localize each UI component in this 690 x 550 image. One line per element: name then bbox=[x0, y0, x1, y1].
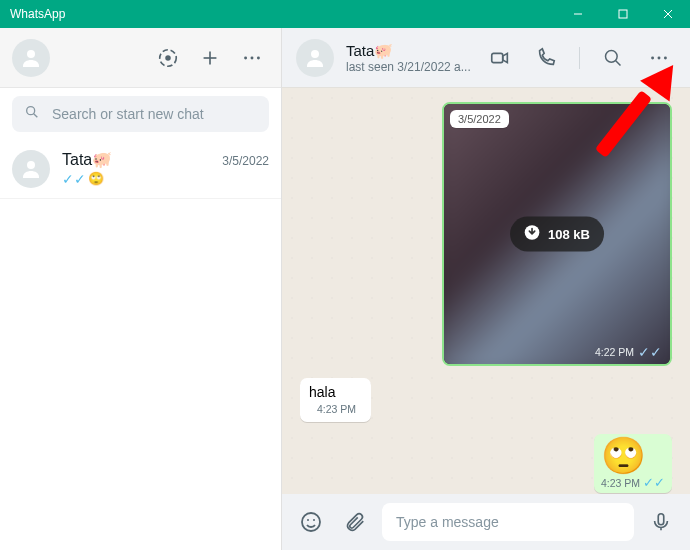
svg-point-25 bbox=[313, 519, 315, 521]
svg-point-6 bbox=[165, 55, 171, 61]
image-timestamp: 4:22 PM ✓✓ bbox=[595, 345, 662, 359]
download-button[interactable]: 108 kB bbox=[510, 217, 604, 252]
chat-date: 3/5/2022 bbox=[222, 154, 269, 168]
conversation-panel: Tata🐖 last seen 3/21/2022 a... 3/5/2022 bbox=[282, 28, 690, 550]
search-box[interactable] bbox=[12, 96, 269, 132]
svg-point-15 bbox=[311, 50, 319, 58]
contact-name: Tata🐖 bbox=[346, 42, 471, 60]
date-chip: 3/5/2022 bbox=[450, 110, 509, 128]
message-input[interactable] bbox=[396, 514, 620, 530]
video-call-icon[interactable] bbox=[483, 41, 517, 75]
microphone-icon[interactable] bbox=[644, 505, 678, 539]
read-ticks-icon: ✓✓ bbox=[62, 172, 86, 186]
outgoing-emoji-message[interactable]: 🙄 4:23 PM ✓✓ bbox=[594, 434, 672, 493]
conversation-header: Tata🐖 last seen 3/21/2022 a... bbox=[282, 28, 690, 88]
svg-point-20 bbox=[658, 56, 661, 59]
separator bbox=[579, 47, 580, 69]
messages-area[interactable]: 3/5/2022 108 kB 4:22 PM ✓✓ hala 4:23 PM bbox=[282, 88, 690, 494]
app-title: WhatsApp bbox=[10, 7, 65, 21]
maximize-button[interactable] bbox=[600, 0, 645, 28]
svg-point-9 bbox=[244, 56, 247, 59]
read-ticks-icon: ✓✓ bbox=[643, 476, 665, 489]
search-icon bbox=[24, 104, 40, 124]
svg-rect-26 bbox=[658, 514, 664, 525]
emoji-picker-icon[interactable] bbox=[294, 505, 328, 539]
svg-point-24 bbox=[307, 519, 309, 521]
search-in-chat-icon[interactable] bbox=[596, 41, 630, 75]
chat-list: Tata🐖 3/5/2022 ✓✓ 🙄 bbox=[0, 140, 281, 550]
outgoing-image-message[interactable]: 3/5/2022 108 kB 4:22 PM ✓✓ bbox=[442, 102, 672, 366]
chat-list-item[interactable]: Tata🐖 3/5/2022 ✓✓ 🙄 bbox=[0, 140, 281, 199]
download-size: 108 kB bbox=[548, 227, 590, 242]
incoming-text-message[interactable]: hala 4:23 PM bbox=[300, 378, 394, 422]
download-icon bbox=[524, 225, 540, 244]
svg-line-18 bbox=[616, 60, 621, 65]
contact-avatar bbox=[12, 150, 50, 188]
svg-point-21 bbox=[664, 56, 667, 59]
menu-icon[interactable] bbox=[235, 41, 269, 75]
window-controls bbox=[555, 0, 690, 28]
minimize-button[interactable] bbox=[555, 0, 600, 28]
preview-emoji: 🙄 bbox=[88, 171, 104, 186]
message-time: 4:23 PM bbox=[601, 477, 640, 489]
search-input[interactable] bbox=[52, 106, 257, 122]
svg-point-14 bbox=[27, 161, 35, 169]
title-bar: WhatsApp bbox=[0, 0, 690, 28]
close-button[interactable] bbox=[645, 0, 690, 28]
svg-line-13 bbox=[34, 114, 38, 118]
svg-rect-16 bbox=[492, 53, 503, 62]
message-text: hala bbox=[309, 384, 335, 400]
svg-point-17 bbox=[606, 50, 618, 62]
contact-avatar[interactable] bbox=[296, 39, 334, 77]
svg-point-12 bbox=[27, 107, 35, 115]
my-avatar[interactable] bbox=[12, 39, 50, 77]
svg-point-4 bbox=[27, 50, 35, 58]
contact-info[interactable]: Tata🐖 last seen 3/21/2022 a... bbox=[346, 42, 471, 74]
svg-rect-1 bbox=[619, 10, 627, 18]
sidebar: Tata🐖 3/5/2022 ✓✓ 🙄 bbox=[0, 28, 282, 550]
composer bbox=[282, 494, 690, 550]
svg-point-10 bbox=[251, 56, 254, 59]
attach-icon[interactable] bbox=[338, 505, 372, 539]
emoji-content: 🙄 bbox=[601, 438, 665, 474]
chat-menu-icon[interactable] bbox=[642, 41, 676, 75]
chat-preview: ✓✓ 🙄 bbox=[62, 171, 269, 186]
message-input-wrap[interactable] bbox=[382, 503, 634, 541]
new-chat-icon[interactable] bbox=[193, 41, 227, 75]
message-time: 4:23 PM bbox=[317, 403, 356, 415]
svg-point-19 bbox=[651, 56, 654, 59]
chat-name: Tata🐖 bbox=[62, 150, 112, 169]
status-icon[interactable] bbox=[151, 41, 185, 75]
read-ticks-icon: ✓✓ bbox=[638, 345, 662, 359]
sidebar-header bbox=[0, 28, 281, 88]
svg-point-11 bbox=[257, 56, 260, 59]
voice-call-icon[interactable] bbox=[529, 41, 563, 75]
last-seen: last seen 3/21/2022 a... bbox=[346, 60, 471, 74]
svg-point-23 bbox=[302, 513, 320, 531]
